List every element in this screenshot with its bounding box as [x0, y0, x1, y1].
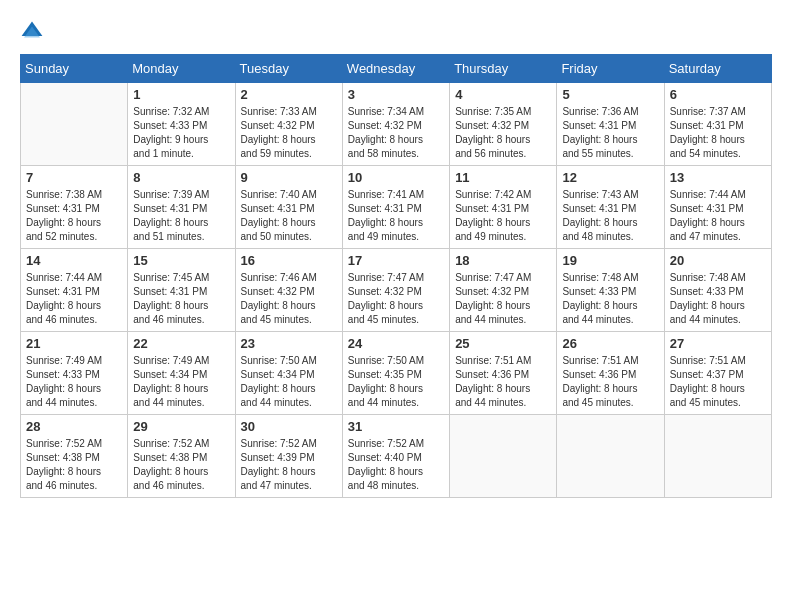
day-detail: Sunrise: 7:52 AM Sunset: 4:40 PM Dayligh…: [348, 437, 444, 493]
day-cell: 14Sunrise: 7:44 AM Sunset: 4:31 PM Dayli…: [21, 249, 128, 332]
day-number: 2: [241, 87, 337, 102]
day-cell: 20Sunrise: 7:48 AM Sunset: 4:33 PM Dayli…: [664, 249, 771, 332]
calendar-header-row: SundayMondayTuesdayWednesdayThursdayFrid…: [21, 55, 772, 83]
header-day-wednesday: Wednesday: [342, 55, 449, 83]
day-cell: 29Sunrise: 7:52 AM Sunset: 4:38 PM Dayli…: [128, 415, 235, 498]
day-detail: Sunrise: 7:32 AM Sunset: 4:33 PM Dayligh…: [133, 105, 229, 161]
day-number: 18: [455, 253, 551, 268]
header-day-saturday: Saturday: [664, 55, 771, 83]
day-cell: 10Sunrise: 7:41 AM Sunset: 4:31 PM Dayli…: [342, 166, 449, 249]
day-cell: 23Sunrise: 7:50 AM Sunset: 4:34 PM Dayli…: [235, 332, 342, 415]
day-cell: [21, 83, 128, 166]
day-detail: Sunrise: 7:47 AM Sunset: 4:32 PM Dayligh…: [455, 271, 551, 327]
day-cell: 30Sunrise: 7:52 AM Sunset: 4:39 PM Dayli…: [235, 415, 342, 498]
day-cell: 21Sunrise: 7:49 AM Sunset: 4:33 PM Dayli…: [21, 332, 128, 415]
day-cell: 24Sunrise: 7:50 AM Sunset: 4:35 PM Dayli…: [342, 332, 449, 415]
day-cell: 2Sunrise: 7:33 AM Sunset: 4:32 PM Daylig…: [235, 83, 342, 166]
day-number: 5: [562, 87, 658, 102]
day-cell: 13Sunrise: 7:44 AM Sunset: 4:31 PM Dayli…: [664, 166, 771, 249]
day-cell: 5Sunrise: 7:36 AM Sunset: 4:31 PM Daylig…: [557, 83, 664, 166]
day-cell: 12Sunrise: 7:43 AM Sunset: 4:31 PM Dayli…: [557, 166, 664, 249]
day-cell: 26Sunrise: 7:51 AM Sunset: 4:36 PM Dayli…: [557, 332, 664, 415]
week-row-3: 14Sunrise: 7:44 AM Sunset: 4:31 PM Dayli…: [21, 249, 772, 332]
day-cell: 31Sunrise: 7:52 AM Sunset: 4:40 PM Dayli…: [342, 415, 449, 498]
day-number: 16: [241, 253, 337, 268]
day-number: 31: [348, 419, 444, 434]
day-detail: Sunrise: 7:47 AM Sunset: 4:32 PM Dayligh…: [348, 271, 444, 327]
day-cell: 16Sunrise: 7:46 AM Sunset: 4:32 PM Dayli…: [235, 249, 342, 332]
day-number: 29: [133, 419, 229, 434]
header-day-friday: Friday: [557, 55, 664, 83]
day-number: 15: [133, 253, 229, 268]
day-detail: Sunrise: 7:52 AM Sunset: 4:38 PM Dayligh…: [26, 437, 122, 493]
day-cell: 27Sunrise: 7:51 AM Sunset: 4:37 PM Dayli…: [664, 332, 771, 415]
day-number: 19: [562, 253, 658, 268]
day-detail: Sunrise: 7:44 AM Sunset: 4:31 PM Dayligh…: [670, 188, 766, 244]
day-cell: 6Sunrise: 7:37 AM Sunset: 4:31 PM Daylig…: [664, 83, 771, 166]
day-cell: 17Sunrise: 7:47 AM Sunset: 4:32 PM Dayli…: [342, 249, 449, 332]
day-detail: Sunrise: 7:39 AM Sunset: 4:31 PM Dayligh…: [133, 188, 229, 244]
day-detail: Sunrise: 7:51 AM Sunset: 4:36 PM Dayligh…: [562, 354, 658, 410]
day-number: 26: [562, 336, 658, 351]
day-number: 24: [348, 336, 444, 351]
day-detail: Sunrise: 7:37 AM Sunset: 4:31 PM Dayligh…: [670, 105, 766, 161]
day-cell: 28Sunrise: 7:52 AM Sunset: 4:38 PM Dayli…: [21, 415, 128, 498]
day-number: 20: [670, 253, 766, 268]
day-detail: Sunrise: 7:52 AM Sunset: 4:39 PM Dayligh…: [241, 437, 337, 493]
day-detail: Sunrise: 7:48 AM Sunset: 4:33 PM Dayligh…: [670, 271, 766, 327]
day-detail: Sunrise: 7:44 AM Sunset: 4:31 PM Dayligh…: [26, 271, 122, 327]
day-detail: Sunrise: 7:49 AM Sunset: 4:33 PM Dayligh…: [26, 354, 122, 410]
day-cell: 1Sunrise: 7:32 AM Sunset: 4:33 PM Daylig…: [128, 83, 235, 166]
day-number: 28: [26, 419, 122, 434]
day-detail: Sunrise: 7:51 AM Sunset: 4:36 PM Dayligh…: [455, 354, 551, 410]
day-detail: Sunrise: 7:43 AM Sunset: 4:31 PM Dayligh…: [562, 188, 658, 244]
day-cell: 8Sunrise: 7:39 AM Sunset: 4:31 PM Daylig…: [128, 166, 235, 249]
day-number: 17: [348, 253, 444, 268]
week-row-1: 1Sunrise: 7:32 AM Sunset: 4:33 PM Daylig…: [21, 83, 772, 166]
day-cell: [557, 415, 664, 498]
header-day-thursday: Thursday: [450, 55, 557, 83]
day-cell: 15Sunrise: 7:45 AM Sunset: 4:31 PM Dayli…: [128, 249, 235, 332]
day-number: 27: [670, 336, 766, 351]
day-number: 10: [348, 170, 444, 185]
day-detail: Sunrise: 7:33 AM Sunset: 4:32 PM Dayligh…: [241, 105, 337, 161]
logo-icon: [20, 20, 44, 44]
week-row-2: 7Sunrise: 7:38 AM Sunset: 4:31 PM Daylig…: [21, 166, 772, 249]
day-number: 21: [26, 336, 122, 351]
day-detail: Sunrise: 7:50 AM Sunset: 4:35 PM Dayligh…: [348, 354, 444, 410]
day-detail: Sunrise: 7:52 AM Sunset: 4:38 PM Dayligh…: [133, 437, 229, 493]
day-detail: Sunrise: 7:42 AM Sunset: 4:31 PM Dayligh…: [455, 188, 551, 244]
day-cell: 19Sunrise: 7:48 AM Sunset: 4:33 PM Dayli…: [557, 249, 664, 332]
day-number: 4: [455, 87, 551, 102]
day-detail: Sunrise: 7:48 AM Sunset: 4:33 PM Dayligh…: [562, 271, 658, 327]
day-cell: 3Sunrise: 7:34 AM Sunset: 4:32 PM Daylig…: [342, 83, 449, 166]
day-number: 11: [455, 170, 551, 185]
day-detail: Sunrise: 7:38 AM Sunset: 4:31 PM Dayligh…: [26, 188, 122, 244]
day-cell: [664, 415, 771, 498]
day-number: 14: [26, 253, 122, 268]
day-number: 9: [241, 170, 337, 185]
day-number: 22: [133, 336, 229, 351]
day-number: 6: [670, 87, 766, 102]
day-number: 25: [455, 336, 551, 351]
day-detail: Sunrise: 7:51 AM Sunset: 4:37 PM Dayligh…: [670, 354, 766, 410]
day-number: 7: [26, 170, 122, 185]
day-detail: Sunrise: 7:34 AM Sunset: 4:32 PM Dayligh…: [348, 105, 444, 161]
day-cell: [450, 415, 557, 498]
day-cell: 25Sunrise: 7:51 AM Sunset: 4:36 PM Dayli…: [450, 332, 557, 415]
day-cell: 4Sunrise: 7:35 AM Sunset: 4:32 PM Daylig…: [450, 83, 557, 166]
day-detail: Sunrise: 7:36 AM Sunset: 4:31 PM Dayligh…: [562, 105, 658, 161]
week-row-4: 21Sunrise: 7:49 AM Sunset: 4:33 PM Dayli…: [21, 332, 772, 415]
day-detail: Sunrise: 7:46 AM Sunset: 4:32 PM Dayligh…: [241, 271, 337, 327]
day-detail: Sunrise: 7:41 AM Sunset: 4:31 PM Dayligh…: [348, 188, 444, 244]
calendar-table: SundayMondayTuesdayWednesdayThursdayFrid…: [20, 54, 772, 498]
week-row-5: 28Sunrise: 7:52 AM Sunset: 4:38 PM Dayli…: [21, 415, 772, 498]
page-header: [20, 20, 772, 44]
day-number: 12: [562, 170, 658, 185]
day-cell: 7Sunrise: 7:38 AM Sunset: 4:31 PM Daylig…: [21, 166, 128, 249]
header-day-sunday: Sunday: [21, 55, 128, 83]
day-detail: Sunrise: 7:49 AM Sunset: 4:34 PM Dayligh…: [133, 354, 229, 410]
day-detail: Sunrise: 7:50 AM Sunset: 4:34 PM Dayligh…: [241, 354, 337, 410]
day-number: 3: [348, 87, 444, 102]
day-number: 30: [241, 419, 337, 434]
